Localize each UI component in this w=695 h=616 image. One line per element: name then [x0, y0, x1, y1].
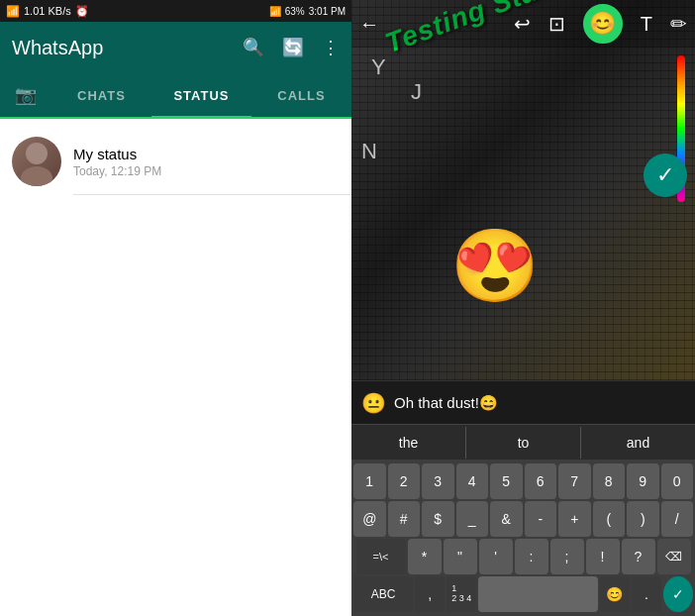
tab-camera[interactable]: 📷	[0, 73, 51, 117]
draw-icon[interactable]: ✏	[670, 12, 687, 36]
key-n: N	[361, 139, 377, 164]
key-question[interactable]: ?	[622, 539, 655, 574]
send-key[interactable]: ✓	[663, 576, 693, 612]
clock: 3:01 PM	[309, 6, 346, 17]
emoji-sticker: 😍	[450, 230, 540, 301]
backspace-key[interactable]: ⌫	[657, 539, 691, 574]
status-bar-right: 📶 63% 3:01 PM	[269, 6, 346, 17]
caption-emoji-icon[interactable]: 😐	[361, 391, 386, 415]
key-lparen[interactable]: (	[593, 501, 626, 537]
key-7[interactable]: 7	[558, 463, 591, 499]
key-1234[interactable]: 12 3 4	[447, 576, 476, 612]
key-dash[interactable]: -	[525, 501, 557, 537]
key-2[interactable]: 2	[388, 463, 421, 499]
key-0[interactable]: 0	[661, 463, 694, 499]
search-icon[interactable]: 🔍	[243, 37, 264, 58]
more-options-icon[interactable]: ⋮	[322, 37, 340, 58]
caption-input[interactable]: Oh that dust!😄	[394, 394, 685, 412]
key-comma[interactable]: ,	[415, 576, 445, 612]
key-dollar[interactable]: $	[422, 501, 454, 537]
key-equals-backslash[interactable]: =\<	[356, 539, 406, 574]
status-timestamp: Today, 12:19 PM	[73, 164, 161, 178]
left-panel: 📶 1.01 KB/s ⏰ 📶 63% 3:01 PM WhatsApp 🔍 🔄…	[0, 0, 351, 616]
refresh-icon[interactable]: 🔄	[282, 37, 304, 58]
key-8[interactable]: 8	[593, 463, 626, 499]
alarm-icon: ⏰	[75, 5, 89, 18]
tab-calls[interactable]: CALLS	[251, 75, 351, 119]
key-exclamation[interactable]: !	[586, 539, 620, 574]
battery-level: 63%	[285, 6, 305, 17]
confirm-button[interactable]: ✓	[644, 154, 687, 197]
avatar	[12, 137, 61, 186]
keyboard: 1 2 3 4 5 6 7 8 9 0 @ # $ _ & - + ( ) / …	[351, 460, 695, 616]
svg-point-0	[26, 143, 48, 164]
key-j: J	[411, 79, 422, 105]
avatar-image	[12, 137, 61, 186]
app-title: WhatsApp	[12, 37, 103, 59]
suggestion-and[interactable]: and	[580, 427, 695, 459]
key-5[interactable]: 5	[490, 463, 523, 499]
key-rparen[interactable]: )	[627, 501, 659, 537]
key-6[interactable]: 6	[525, 463, 557, 499]
key-1[interactable]: 1	[353, 463, 386, 499]
status-user-name: My status	[73, 146, 161, 162]
suggestion-the[interactable]: the	[351, 427, 465, 459]
key-slash[interactable]: /	[661, 501, 694, 537]
key-plus[interactable]: +	[558, 501, 591, 537]
my-status-item[interactable]: My status Today, 12:19 PM	[0, 129, 351, 194]
right-panel: Y J N M ← ↩ ⊡ 😊 T ✏ Testing Status 😍 ✓ 😐	[351, 0, 695, 616]
signal-icon: 📶	[6, 5, 20, 18]
suggestion-to[interactable]: to	[465, 427, 580, 459]
undo-icon[interactable]: ↩	[514, 12, 531, 36]
key-apostrophe[interactable]: '	[479, 539, 513, 574]
keyboard-row-symbols: @ # $ _ & - + ( ) /	[353, 501, 693, 537]
key-hash[interactable]: #	[388, 501, 421, 537]
keyboard-row-numbers: 1 2 3 4 5 6 7 8 9 0	[353, 463, 693, 499]
key-y: Y	[371, 54, 386, 80]
key-asterisk[interactable]: *	[408, 539, 442, 574]
editor-toolbar: ← ↩ ⊡ 😊 T ✏	[351, 0, 695, 48]
keyboard-row-more-symbols: =\< * " ' : ; ! ? ⌫	[353, 539, 693, 574]
key-underscore[interactable]: _	[456, 501, 489, 537]
space-key[interactable]	[478, 576, 597, 612]
suggestions-bar: the to and	[351, 424, 695, 460]
status-bar: 📶 1.01 KB/s ⏰ 📶 63% 3:01 PM	[0, 0, 351, 22]
status-info: My status Today, 12:19 PM	[73, 146, 161, 178]
status-list: My status Today, 12:19 PM	[0, 119, 351, 205]
tab-chats[interactable]: CHATS	[51, 75, 151, 119]
image-editor-area: Y J N M ← ↩ ⊡ 😊 T ✏ Testing Status 😍 ✓	[351, 0, 695, 380]
app-bar: WhatsApp 🔍 🔄 ⋮	[0, 22, 351, 73]
app-bar-icons: 🔍 🔄 ⋮	[243, 37, 340, 58]
key-period[interactable]: .	[632, 576, 661, 612]
tab-status[interactable]: STATUS	[151, 75, 251, 119]
text-icon[interactable]: T	[641, 13, 652, 36]
key-4[interactable]: 4	[456, 463, 489, 499]
key-at[interactable]: @	[353, 501, 386, 537]
key-abc[interactable]: ABC	[353, 576, 413, 612]
key-quote[interactable]: "	[444, 539, 477, 574]
network-speed: 1.01 KB/s	[24, 5, 71, 17]
key-colon[interactable]: :	[515, 539, 548, 574]
key-3[interactable]: 3	[422, 463, 454, 499]
key-ampersand[interactable]: &	[490, 501, 523, 537]
list-divider	[73, 194, 351, 195]
emoji-picker-button[interactable]: 😊	[583, 4, 623, 44]
editor-tool-icons: ↩ ⊡ 😊 T ✏	[514, 4, 687, 44]
camera-icon: 📷	[15, 84, 37, 106]
back-icon[interactable]: ←	[359, 13, 379, 36]
caption-bar: 😐 Oh that dust!😄	[351, 380, 695, 424]
crop-icon[interactable]: ⊡	[548, 12, 565, 36]
keyboard-row-bottom: ABC , 12 3 4 😊 . ✓	[353, 576, 693, 612]
wifi-icon: 📶	[269, 6, 281, 17]
svg-point-1	[21, 166, 52, 186]
key-emoji-bottom[interactable]: 😊	[600, 576, 630, 612]
status-bar-left: 📶 1.01 KB/s ⏰	[6, 5, 89, 18]
background-photo: Y J N M	[351, 0, 695, 380]
key-9[interactable]: 9	[627, 463, 659, 499]
tabs-bar: 📷 CHATS STATUS CALLS	[0, 73, 351, 119]
key-semicolon[interactable]: ;	[550, 539, 584, 574]
